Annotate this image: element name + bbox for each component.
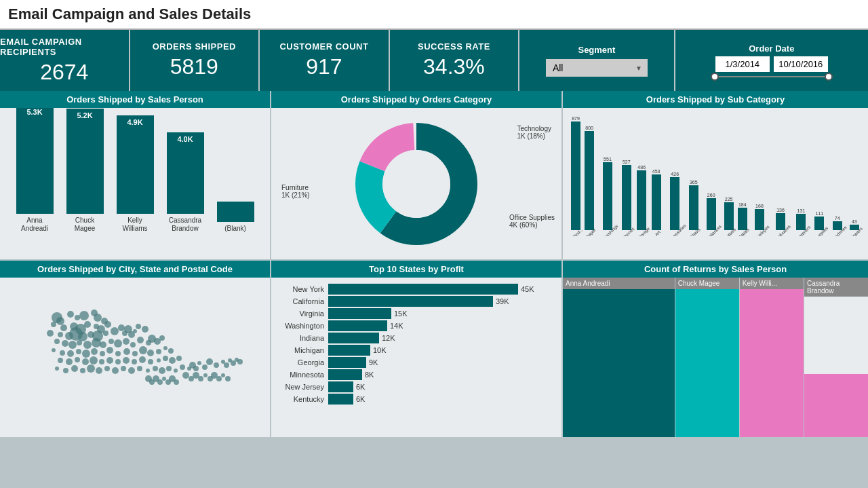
state-value: 39K: [496, 297, 509, 305]
svg-point-127: [157, 379, 163, 385]
svg-point-85: [63, 368, 68, 373]
kpi-orders: Orders Shipped 5819: [130, 30, 260, 91]
date-end-input[interactable]: 10/10/2016: [774, 56, 828, 72]
svg-point-87: [80, 368, 85, 373]
state-row: Kentucky6K: [281, 394, 552, 405]
returns-col-anna: Anna Andreadi: [563, 278, 675, 437]
subcategory-bar-item: 426Accessories: [663, 172, 687, 236]
state-bar: [328, 394, 353, 405]
svg-point-60: [115, 351, 121, 356]
svg-point-5: [56, 317, 64, 325]
bar-name-label: Cassandra Brandow: [169, 217, 201, 233]
state-row: New York45K: [281, 284, 552, 295]
svg-point-78: [139, 356, 146, 363]
kpi-success-value: 34.3%: [423, 54, 485, 79]
svg-point-64: [147, 350, 154, 356]
svg-point-114: [182, 372, 189, 379]
svg-point-84: [55, 367, 59, 371]
svg-point-94: [137, 366, 142, 371]
subcategory-bar-value: 136: [776, 208, 785, 212]
svg-point-96: [153, 366, 158, 371]
svg-point-74: [106, 357, 113, 364]
subcategory-bar-value: 131: [797, 208, 806, 213]
salesperson-chart-body: 5.3KAnna Andreadi5.2KChuck Magee4.9KKell…: [0, 108, 270, 259]
state-name: Washington: [281, 322, 328, 330]
svg-point-65: [156, 349, 161, 354]
svg-point-113: [237, 359, 243, 364]
date-label: Order Date: [749, 43, 794, 54]
svg-point-59: [106, 347, 113, 354]
slider-left-thumb[interactable]: [711, 73, 719, 81]
segment-select[interactable]: All Consumer Corporate Home Office: [546, 59, 648, 77]
panel-returns: Count of Returns by Sales Person Anna An…: [563, 261, 868, 437]
panel-states: Top 10 States by Profit New York45KCalif…: [271, 261, 563, 437]
returns-chart-title: Count of Returns by Sales Person: [563, 261, 868, 278]
date-slider: [711, 76, 833, 77]
subcategory-bar-item: 225Labels: [722, 197, 736, 236]
returns-col-kelly: Kelly Willi...: [740, 278, 804, 437]
state-name: New Jersey: [281, 383, 328, 391]
subcategory-bar-value: 426: [671, 172, 679, 176]
subcategory-bar-item: 800Paper: [583, 126, 596, 236]
charts-area: Orders Shipped by Sales Person 5.3KAnna …: [0, 91, 868, 474]
state-name: New York: [281, 285, 328, 293]
svg-point-44: [114, 339, 122, 348]
svg-point-79: [148, 359, 153, 364]
svg-point-67: [168, 348, 174, 354]
salesperson-chart-title: Orders Shipped by Sales Person: [0, 91, 270, 108]
svg-point-12: [51, 322, 56, 327]
kpi-segment: Segment All Consumer Corporate Home Offi…: [519, 30, 675, 91]
bar-rect: 5.2K: [66, 109, 104, 214]
map-svg: [16, 280, 254, 409]
subcategory-bar-item: 260Appliances: [701, 193, 722, 236]
subcategory-bar-value: 800: [585, 126, 593, 130]
svg-point-53: [60, 350, 65, 356]
slider-right-thumb[interactable]: [825, 73, 833, 81]
bar-value-label: 4.0K: [177, 132, 193, 143]
svg-point-61: [123, 348, 130, 355]
svg-point-16: [84, 321, 91, 328]
bar-rect: 5.3K: [16, 108, 54, 214]
state-row: Virginia15K: [281, 308, 552, 319]
state-value: 10K: [373, 346, 387, 354]
svg-point-131: [174, 379, 179, 385]
page-title: Email Campaign and Sales Details: [0, 0, 868, 30]
state-name: Minnesota: [281, 371, 328, 379]
subcategory-bar-rect: [637, 170, 646, 230]
returns-header-cassandra: Cassandra Brandow: [804, 278, 868, 297]
svg-point-111: [231, 360, 236, 366]
svg-point-89: [96, 367, 102, 374]
svg-point-40: [83, 341, 92, 349]
salesperson-bar-chart: 5.3KAnna Andreadi5.2KChuck Magee4.9KKell…: [3, 111, 267, 233]
svg-point-20: [47, 330, 54, 337]
date-start-input[interactable]: 1/3/2014: [715, 56, 770, 72]
svg-point-21: [58, 332, 63, 337]
state-bar: [328, 369, 362, 380]
subcategory-bar-value: 365: [690, 180, 698, 185]
svg-point-7: [75, 315, 80, 320]
kpi-customers-value: 917: [306, 54, 342, 79]
city-chart-title: Orders Shipped by City, State and Postal…: [0, 261, 270, 278]
state-value: 9K: [369, 358, 378, 367]
subcategory-bar-value: 486: [637, 165, 646, 170]
svg-point-121: [216, 376, 222, 381]
svg-point-73: [99, 359, 104, 364]
returns-header-anna: Anna Andreadi: [563, 278, 675, 289]
subcategory-bar-rect: [724, 202, 734, 230]
subcategory-bar-item: 43Copiers: [847, 219, 862, 236]
subcategory-bar-item: 168Envelopes: [749, 204, 770, 236]
svg-point-83: [176, 356, 182, 361]
kpi-orders-value: 5819: [170, 54, 218, 79]
subcategory-bar-value: 879: [572, 116, 580, 121]
svg-point-86: [71, 365, 78, 372]
state-value: 45K: [521, 285, 534, 293]
bar-rect: 4.9K: [117, 115, 154, 214]
state-value: 6K: [356, 395, 365, 403]
subcategory-bar-value: 74: [835, 216, 840, 221]
svg-point-39: [77, 340, 82, 345]
subcategory-bar-item: 365Chairs: [687, 180, 701, 236]
state-name: Kentucky: [281, 395, 328, 403]
svg-point-100: [180, 364, 185, 370]
kpi-success: Success Rate 34.3%: [390, 30, 520, 91]
state-value: 6K: [356, 383, 365, 391]
